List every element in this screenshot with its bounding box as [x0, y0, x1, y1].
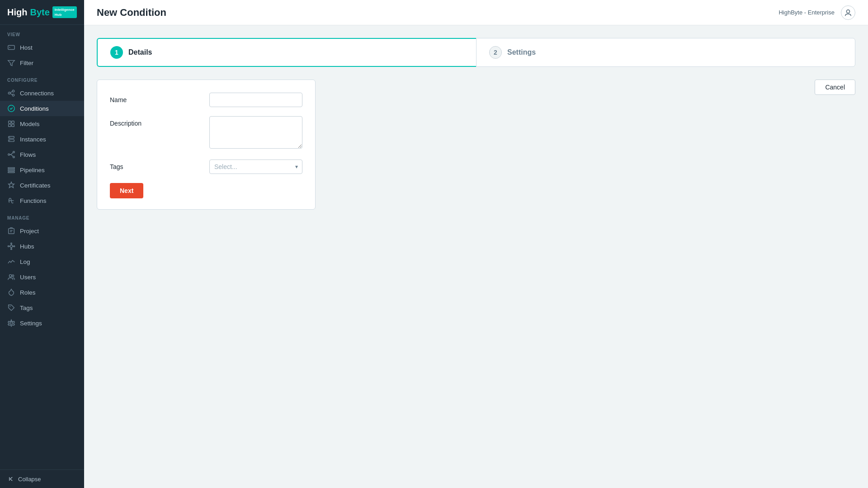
sidebar-logo: HighByte IntelligenceHub — [0, 0, 84, 25]
sidebar-item-roles-label: Roles — [20, 289, 36, 296]
project-icon — [7, 227, 15, 235]
tags-select-wrapper: Select... ▾ — [209, 160, 302, 174]
tags-label: Tags — [110, 160, 209, 170]
svg-rect-9 — [9, 121, 11, 123]
svg-point-4 — [12, 90, 14, 93]
user-icon — [844, 9, 852, 17]
step-2-number: 2 — [489, 46, 502, 59]
log-icon — [7, 258, 15, 266]
sidebar-item-flows[interactable]: Flows — [0, 147, 84, 162]
sidebar-item-conditions-label: Conditions — [20, 105, 49, 112]
svg-rect-10 — [12, 121, 14, 123]
models-icon — [7, 120, 15, 128]
topbar-right: HighByte - Enterprise — [778, 5, 855, 20]
svg-point-28 — [11, 243, 12, 244]
user-label: HighByte - Enterprise — [778, 9, 835, 16]
sidebar-item-log[interactable]: Log — [0, 254, 84, 269]
svg-rect-0 — [8, 46, 14, 50]
svg-point-37 — [12, 275, 14, 277]
user-avatar-button[interactable] — [841, 5, 855, 20]
collapse-label: Collapse — [18, 476, 41, 483]
page-title: New Condition — [97, 7, 166, 19]
svg-point-30 — [8, 246, 9, 247]
sidebar-item-project-label: Project — [20, 228, 39, 235]
svg-point-36 — [9, 275, 12, 277]
sidebar-item-filter-label: Filter — [20, 60, 33, 66]
sidebar-item-instances[interactable]: Instances — [0, 131, 84, 147]
wizard-step-settings[interactable]: 2 Settings — [476, 38, 855, 67]
sidebar-item-settings-label: Settings — [20, 320, 42, 327]
cancel-button[interactable]: Cancel — [815, 80, 855, 95]
sidebar-item-models[interactable]: Models — [0, 116, 84, 131]
svg-point-31 — [14, 246, 15, 247]
svg-point-27 — [10, 245, 12, 248]
sidebar-item-conditions[interactable]: Conditions — [0, 101, 84, 116]
sidebar-item-certificates[interactable]: Certificates — [0, 178, 84, 193]
svg-point-5 — [12, 94, 14, 97]
collapse-button[interactable]: Collapse — [0, 469, 84, 488]
tags-icon — [7, 304, 15, 312]
description-field — [209, 116, 302, 150]
svg-rect-12 — [12, 124, 14, 127]
sidebar-item-project[interactable]: Project — [0, 223, 84, 239]
connections-icon — [7, 89, 15, 97]
collapse-icon — [7, 475, 14, 483]
step-1-label: Details — [128, 48, 152, 56]
svg-point-1 — [9, 47, 10, 48]
host-icon — [7, 43, 15, 52]
sidebar-item-pipelines[interactable]: Pipelines — [0, 162, 84, 178]
description-label: Description — [110, 116, 209, 127]
functions-icon — [7, 197, 15, 205]
flows-icon — [7, 150, 15, 159]
configure-section-label: CONFIGURE — [0, 70, 84, 85]
logo-byte: Byte — [30, 7, 49, 18]
sidebar-item-host[interactable]: Host — [0, 40, 84, 55]
next-button[interactable]: Next — [110, 183, 143, 198]
cancel-wrapper: Cancel — [815, 80, 855, 95]
svg-line-7 — [10, 94, 12, 95]
sidebar-item-pipelines-label: Pipelines — [20, 167, 45, 174]
description-row: Description — [110, 116, 302, 150]
name-input[interactable] — [209, 93, 302, 107]
svg-rect-22 — [8, 172, 14, 173]
sidebar: HighByte IntelligenceHub VIEW Host Filte… — [0, 0, 84, 488]
svg-point-16 — [9, 141, 10, 141]
sidebar-item-filter[interactable]: Filter — [0, 55, 84, 70]
tags-select[interactable]: Select... — [209, 160, 302, 174]
form-card: Name Description Tags — [97, 80, 316, 210]
sidebar-item-instances-label: Instances — [20, 136, 46, 143]
hubs-icon — [7, 242, 15, 250]
wizard-step-details[interactable]: 1 Details — [97, 38, 476, 67]
step-2-label: Settings — [507, 48, 536, 56]
sidebar-item-functions-label: Functions — [20, 197, 47, 204]
svg-marker-2 — [8, 61, 14, 66]
logo-badge: IntelligenceHub — [52, 6, 77, 18]
sidebar-item-roles[interactable]: Roles — [0, 285, 84, 300]
sidebar-item-host-label: Host — [20, 44, 33, 51]
description-input[interactable] — [209, 116, 302, 149]
sidebar-item-connections[interactable]: Connections — [0, 85, 84, 101]
sidebar-item-users[interactable]: Users — [0, 269, 84, 285]
sidebar-item-certificates-label: Certificates — [20, 182, 51, 189]
roles-icon — [7, 288, 15, 296]
tags-row: Tags Select... ▾ — [110, 160, 302, 174]
svg-rect-21 — [8, 169, 14, 171]
sidebar-item-settings[interactable]: Settings — [0, 315, 84, 331]
step-1-number: 1 — [110, 46, 123, 59]
sidebar-item-models-label: Models — [20, 121, 40, 127]
svg-point-3 — [8, 92, 10, 94]
svg-line-6 — [10, 92, 12, 93]
svg-point-17 — [8, 154, 10, 156]
svg-rect-11 — [9, 124, 11, 127]
svg-rect-20 — [8, 168, 14, 169]
manage-section-label: MANAGE — [0, 208, 84, 223]
sidebar-item-tags[interactable]: Tags — [0, 300, 84, 315]
sidebar-item-functions[interactable]: Functions — [0, 193, 84, 208]
content-area: 1 Details 2 Settings Name Description — [84, 25, 868, 488]
certificates-icon — [7, 181, 15, 189]
sidebar-item-hubs[interactable]: Hubs — [0, 239, 84, 254]
view-section-label: VIEW — [0, 25, 84, 40]
svg-rect-24 — [9, 229, 14, 234]
wizard-steps: 1 Details 2 Settings — [97, 38, 855, 67]
pipelines-icon — [7, 166, 15, 174]
